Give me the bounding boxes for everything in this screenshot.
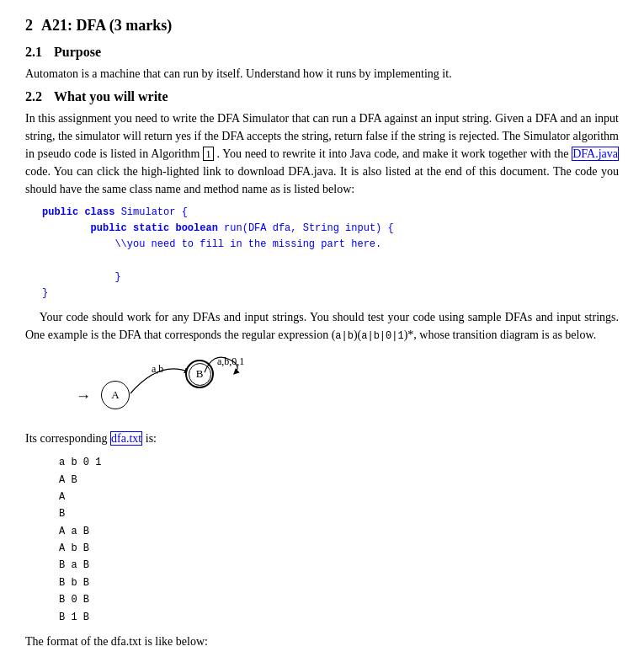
its-corresponding: Its corresponding dfa.txt is: xyxy=(25,430,619,447)
dfa-java-link[interactable]: DFA.java xyxy=(572,147,619,161)
svg-text:a,b: a,b xyxy=(152,363,163,375)
code-block: public class Simulator { public static b… xyxy=(42,205,619,302)
main-heading: 2 A21: DFA (3 marks) xyxy=(25,17,619,35)
dfa-txt-link[interactable]: dfa.txt xyxy=(110,431,142,446)
start-arrow: → xyxy=(76,387,91,405)
section-22-heading: 2.2 What you will write xyxy=(25,89,619,104)
self-loop-label: a,b,0,1 xyxy=(217,355,244,368)
section-22-title: What you will write xyxy=(54,89,168,104)
section-21-heading: 2.1 Purpose xyxy=(25,45,619,60)
format-text: The format of the dfa.txt is like below: xyxy=(25,633,619,650)
regex-display2: a|b|0|1 xyxy=(361,330,403,342)
section-21-body: Automaton is a machine that can run by i… xyxy=(25,65,619,83)
main-heading-number: 2 xyxy=(25,17,33,35)
algo-ref: 1 xyxy=(203,147,214,161)
section-22-para2: Your code should work for any DFAs and i… xyxy=(25,308,619,344)
section-21-title: Purpose xyxy=(54,45,101,60)
section-21-number: 2.1 xyxy=(25,45,42,60)
state-A: A xyxy=(101,381,130,409)
main-heading-title: A21: DFA (3 marks) xyxy=(41,17,172,35)
arrow-a-to-b: a,b xyxy=(126,355,194,406)
section-22-para1: In this assignment you need to write the… xyxy=(25,110,619,198)
section-22-number: 2.2 xyxy=(25,89,42,104)
dfa-txt-block: a b 0 1 A B A B A a B A b B B a B B b B … xyxy=(59,454,619,626)
regex-display: a|b xyxy=(335,330,354,342)
dfa-diagram: → A a,b B a,b,0,1 xyxy=(76,355,295,423)
